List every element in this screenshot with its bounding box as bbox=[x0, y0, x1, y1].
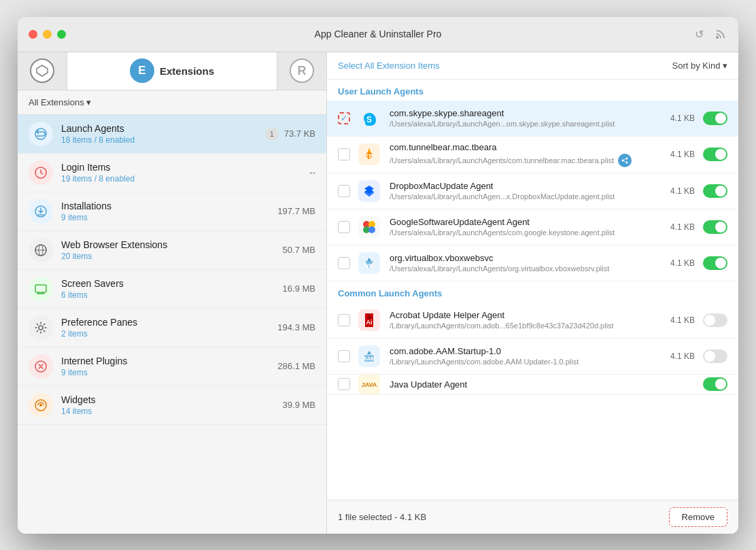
launch-agents-name: Launch Agents bbox=[61, 123, 265, 134]
nav-apps-button[interactable] bbox=[18, 52, 67, 90]
tunnelbear-toggle[interactable] bbox=[703, 148, 727, 161]
adobe-aam-details: com.adobe.AAM.Startup-1.0 /Library/Launc… bbox=[390, 346, 670, 366]
java-toggle[interactable] bbox=[703, 377, 727, 391]
screen-savers-info: Screen Savers 6 items bbox=[61, 278, 283, 300]
google-icon bbox=[357, 215, 381, 239]
sidebar-item-preference-panes[interactable]: Preference Panes 2 items 194.3 MB bbox=[18, 309, 326, 347]
sidebar-item-widgets[interactable]: Widgets 14 items 39.9 MB bbox=[18, 386, 326, 425]
svg-point-0 bbox=[716, 36, 719, 39]
adobe-aam-size: 4.1 KB bbox=[670, 351, 695, 361]
skype-size: 4.1 KB bbox=[670, 114, 695, 123]
java-checkbox[interactable] bbox=[338, 378, 350, 390]
launch-agents-size: 73.7 KB bbox=[284, 128, 315, 139]
dropbox-name: DropboxMacUpdate Agent bbox=[390, 181, 670, 191]
virtualbox-icon: VB bbox=[357, 251, 381, 275]
remove-button[interactable]: Remove bbox=[669, 507, 727, 527]
java-icon: JAVA bbox=[357, 375, 381, 395]
preference-panes-info: Preference Panes 2 items bbox=[61, 317, 277, 339]
skype-name: com.skype.skype.shareagent bbox=[390, 108, 670, 118]
internet-plugins-sub: 9 items bbox=[61, 368, 277, 377]
tunnelbear-details: com.tunnelbear.mac.tbeara /Users/alexa/L… bbox=[390, 142, 670, 167]
skype-details: com.skype.skype.shareagent /Users/alexa/… bbox=[390, 108, 670, 128]
dropbox-toggle[interactable] bbox=[703, 184, 727, 198]
sidebar-item-screen-savers[interactable]: Screen Savers 6 items 16.9 MB bbox=[18, 270, 326, 309]
launch-agents-info: Launch Agents 18 items / 8 enabled bbox=[61, 123, 265, 145]
acrobat-checkbox[interactable] bbox=[338, 314, 350, 326]
list-item-tunnelbear[interactable]: TB com.tunnelbear.mac.tbeara /Users/alex… bbox=[327, 137, 738, 173]
refresh-icon[interactable]: ↺ bbox=[692, 27, 706, 41]
svg-text:Ai: Ai bbox=[366, 319, 373, 326]
sidebar-item-internet-plugins[interactable]: Internet Plugins 9 items 286.1 MB bbox=[18, 347, 326, 386]
svg-point-10 bbox=[39, 404, 42, 407]
svg-rect-6 bbox=[35, 285, 46, 292]
login-items-size: -- bbox=[309, 167, 315, 177]
web-browser-icon bbox=[29, 238, 53, 262]
google-checkbox[interactable] bbox=[338, 221, 350, 233]
widgets-icon bbox=[29, 393, 53, 417]
skype-checkbox[interactable] bbox=[338, 112, 350, 124]
list-item-acrobat[interactable]: Ai Acrobat Update Helper Agent /Library/… bbox=[327, 303, 738, 339]
adobe-aam-toggle[interactable] bbox=[703, 349, 727, 363]
list-item-google[interactable]: GoogleSoftwareUpdateAgent Agent /Users/a… bbox=[327, 209, 738, 245]
dropbox-checkbox[interactable] bbox=[338, 185, 350, 197]
internet-plugins-info: Internet Plugins 9 items bbox=[61, 356, 277, 377]
login-items-icon bbox=[29, 160, 53, 185]
nav-extensions-button[interactable]: E Extensions bbox=[67, 52, 277, 90]
screen-savers-icon bbox=[29, 277, 53, 301]
internet-plugins-size: 286.1 MB bbox=[277, 361, 315, 371]
rss-icon[interactable] bbox=[714, 27, 727, 41]
dropbox-icon bbox=[357, 179, 381, 203]
tunnelbear-path-row: /Users/alexa/Library/LaunchAgents/com.tu… bbox=[390, 154, 670, 167]
extensions-filter[interactable]: All Extensions ▾ bbox=[18, 90, 326, 115]
adobe-aam-checkbox[interactable] bbox=[338, 350, 350, 362]
svg-point-7 bbox=[39, 326, 43, 330]
sidebar-item-launch-agents[interactable]: Launch Agents 18 items / 8 enabled 1 73.… bbox=[18, 115, 326, 154]
google-size: 4.1 KB bbox=[670, 222, 695, 232]
list-item-skype[interactable]: S com.skype.skype.shareagent /Users/alex… bbox=[327, 101, 738, 137]
virtualbox-toggle[interactable] bbox=[703, 256, 727, 270]
apps-icon bbox=[30, 58, 54, 83]
acrobat-details: Acrobat Update Helper Agent /Library/Lau… bbox=[390, 310, 670, 330]
right-header: Select All Extension Items Sort by Kind … bbox=[327, 52, 738, 80]
maximize-button[interactable] bbox=[57, 30, 66, 39]
google-details: GoogleSoftwareUpdateAgent Agent /Users/a… bbox=[390, 217, 670, 237]
adobe-aam-name: com.adobe.AAM.Startup-1.0 bbox=[390, 346, 670, 356]
sidebar-item-web-browser[interactable]: Web Browser Extensions 20 items 50.7 MB bbox=[18, 231, 326, 270]
skype-toggle[interactable] bbox=[703, 111, 727, 125]
sidebar-item-login-items[interactable]: Login Items 19 items / 8 enabled -- bbox=[18, 154, 326, 192]
sidebar-item-installations[interactable]: Installations 9 items 197.7 MB bbox=[18, 192, 326, 231]
titlebar: App Cleaner & Uninstaller Pro ↺ bbox=[18, 17, 738, 52]
virtualbox-checkbox[interactable] bbox=[338, 257, 350, 269]
select-all-button[interactable]: Select All Extension Items bbox=[338, 61, 440, 71]
web-browser-name: Web Browser Extensions bbox=[61, 239, 283, 250]
google-path: /Users/alexa/Library/LaunchAgents/com.go… bbox=[390, 228, 670, 237]
list-item-adobe-aam[interactable]: AAM com.adobe.AAM.Startup-1.0 /Library/L… bbox=[327, 339, 738, 375]
acrobat-icon: Ai bbox=[357, 308, 381, 332]
acrobat-toggle[interactable] bbox=[703, 313, 727, 327]
widgets-info: Widgets 14 items bbox=[61, 394, 283, 416]
common-launch-agents-header: Common Launch Agents bbox=[327, 281, 738, 303]
nav-reset-button[interactable]: R bbox=[277, 52, 326, 90]
titlebar-actions: ↺ bbox=[692, 27, 727, 41]
list-item-dropbox[interactable]: DropboxMacUpdate Agent /Users/alexa/Libr… bbox=[327, 173, 738, 209]
close-button[interactable] bbox=[29, 30, 37, 39]
installations-icon bbox=[29, 199, 53, 224]
window-controls bbox=[29, 30, 66, 39]
acrobat-size: 4.1 KB bbox=[670, 315, 695, 325]
sidebar: E Extensions R All Extensions ▾ bbox=[18, 52, 327, 534]
tunnelbear-checkbox[interactable] bbox=[338, 148, 350, 160]
web-browser-info: Web Browser Extensions 20 items bbox=[61, 239, 283, 261]
list-item-virtualbox[interactable]: VB org.virtualbox.vboxwebsvc /Users/alex… bbox=[327, 245, 738, 281]
google-toggle[interactable] bbox=[703, 220, 727, 234]
sort-button[interactable]: Sort by Kind ▾ bbox=[672, 61, 727, 71]
filter-button[interactable]: All Extensions ▾ bbox=[29, 97, 315, 107]
minimize-button[interactable] bbox=[43, 30, 52, 39]
list-item-java[interactable]: JAVA Java Updater Agent bbox=[327, 375, 738, 395]
installations-name: Installations bbox=[61, 201, 277, 211]
main-content: E Extensions R All Extensions ▾ bbox=[18, 52, 738, 534]
dropbox-size: 4.1 KB bbox=[670, 186, 695, 196]
acrobat-path: /Library/LaunchAgents/com.adob...65e1bf9… bbox=[390, 322, 670, 330]
extensions-label: Extensions bbox=[160, 65, 214, 77]
tunnelbear-size: 4.1 KB bbox=[670, 150, 695, 159]
svg-text:VB: VB bbox=[365, 262, 373, 269]
